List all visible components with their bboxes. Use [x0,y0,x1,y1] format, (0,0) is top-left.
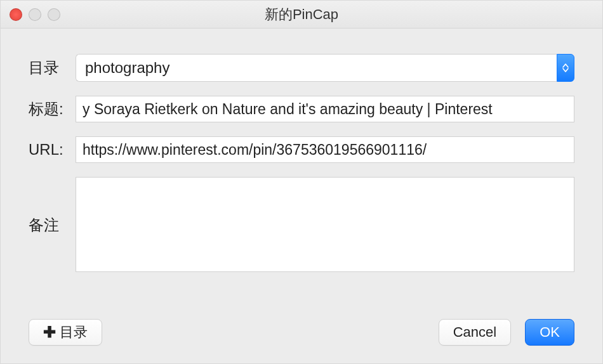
select-arrows-icon [557,54,574,82]
add-directory-label: 目录 [60,323,88,342]
label-url: URL: [29,141,76,159]
label-notes: 备注 [29,177,76,235]
add-directory-button[interactable]: ✚ 目录 [29,319,102,346]
row-directory: 目录 photography [29,54,574,82]
url-input[interactable] [76,136,574,163]
notes-textarea[interactable] [76,177,574,272]
ok-button[interactable]: OK [525,319,574,346]
row-title: 标题: [29,96,574,122]
window-title: 新的PinCap [265,5,338,24]
cancel-button[interactable]: Cancel [439,319,511,346]
cancel-label: Cancel [453,324,496,341]
directory-select-value: photography [76,54,557,82]
directory-select[interactable]: photography [76,54,574,82]
label-directory: 目录 [29,58,76,78]
title-input[interactable] [76,96,574,122]
row-notes: 备注 [29,177,574,275]
action-buttons: Cancel OK [439,319,574,346]
close-window-button[interactable] [10,8,22,21]
label-title: 标题: [29,99,76,119]
dialog-body: 目录 photography 标题: URL: 备注 [1,29,602,308]
titlebar: 新的PinCap [1,1,602,29]
minimize-window-button[interactable] [29,8,41,21]
zoom-window-button[interactable] [48,8,60,21]
dialog-footer: ✚ 目录 Cancel OK [1,319,602,346]
dialog-window: 新的PinCap 目录 photography 标题: URL: [0,0,603,364]
row-url: URL: [29,136,574,163]
plus-icon: ✚ [43,325,56,340]
ok-label: OK [540,324,560,341]
window-controls [10,8,60,21]
